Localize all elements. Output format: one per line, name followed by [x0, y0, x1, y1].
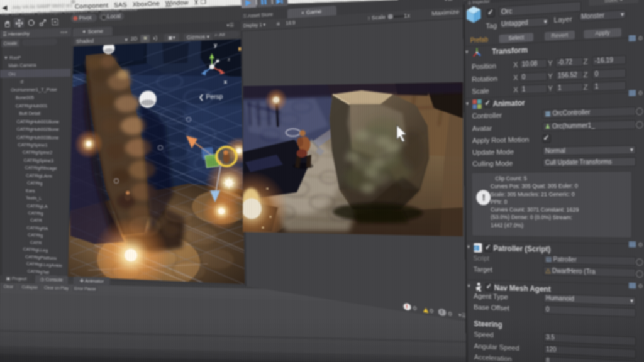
svg-text:❮ Persp: ❮ Persp: [199, 93, 223, 101]
svg-text:C: C: [474, 245, 477, 251]
svg-text:x: x: [224, 79, 228, 85]
svg-text:z: z: [228, 56, 231, 62]
svg-text:y: y: [214, 42, 218, 48]
